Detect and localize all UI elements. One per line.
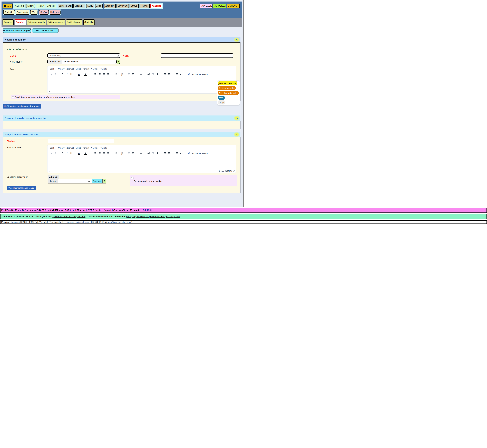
svg-text:3: 3 [121,75,122,76]
svg-text:3: 3 [121,154,122,155]
